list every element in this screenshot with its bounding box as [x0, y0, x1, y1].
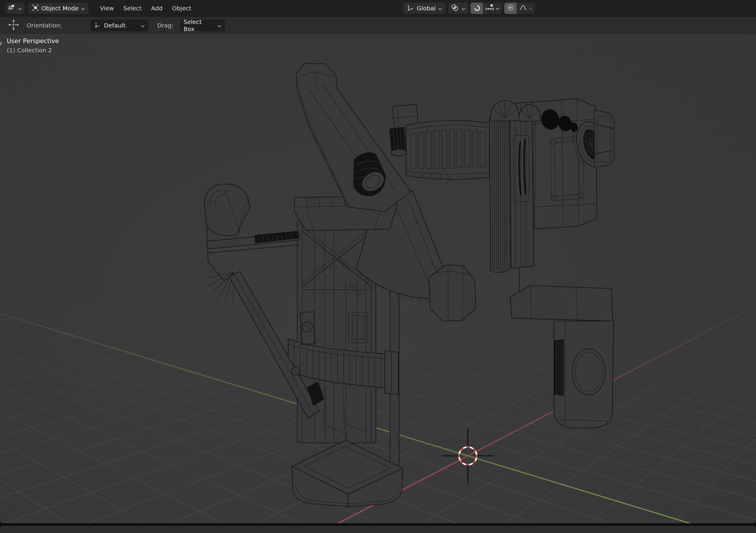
menu-add[interactable]: Add [146, 3, 167, 14]
smooth-curve-icon [519, 4, 527, 13]
chevron-down-icon [141, 22, 145, 29]
menu-select[interactable]: Select [119, 3, 146, 14]
chevron-down-icon [217, 22, 221, 29]
chevron-down-icon [438, 5, 442, 12]
snap-group [471, 3, 502, 14]
tool-settings-bar: Orientation: Default Drag: Select Box [0, 16, 756, 34]
orientation-value: Global [417, 5, 436, 12]
falloff-dropdown[interactable] [517, 3, 535, 14]
model-bellows [406, 121, 489, 180]
blender-window: Object Mode View Select Add Object Globa… [0, 0, 756, 533]
pivot-point-dropdown[interactable] [448, 3, 468, 14]
3d-viewport[interactable] [0, 0, 756, 533]
toolbar-collapse-chevron[interactable]: › [0, 38, 3, 48]
orientation-label: Orientation: [27, 22, 62, 29]
chevron-down-icon [495, 6, 500, 11]
object-mode-icon [32, 4, 39, 13]
pivot-point-icon [451, 4, 459, 13]
snap-target-dropdown[interactable] [483, 3, 502, 14]
proportional-group [504, 3, 535, 14]
increments-icon [485, 4, 494, 13]
proportional-editing-toggle[interactable] [504, 3, 517, 14]
orientation-value: Default [104, 22, 138, 29]
menu-object[interactable]: Object [167, 3, 196, 14]
drag-dropdown[interactable]: Select Box [180, 19, 225, 31]
chevron-down-icon [18, 5, 22, 12]
chevron-down-icon [528, 6, 532, 11]
dot-circle-icon [506, 4, 514, 13]
menu-view[interactable]: View [95, 3, 119, 14]
editor-type-button[interactable] [5, 3, 24, 14]
transform-orientation-dropdown[interactable]: Global [403, 3, 446, 14]
magnet-icon [473, 4, 480, 13]
axes-icon [407, 4, 414, 13]
drag-label: Drag: [157, 22, 174, 29]
3d-viewport-icon [8, 4, 15, 13]
chevron-down-icon [461, 5, 466, 12]
drag-value: Select Box [183, 18, 214, 33]
mode-label: Object Mode [41, 5, 79, 12]
move-tool-icon [8, 19, 19, 32]
chevron-down-icon [81, 5, 85, 12]
editor-divider[interactable] [0, 523, 756, 526]
snap-toggle[interactable] [471, 3, 483, 14]
mode-dropdown[interactable]: Object Mode [28, 3, 89, 14]
axis-origin-icon [94, 21, 101, 30]
viewport-header: Object Mode View Select Add Object Globa… [0, 0, 756, 16]
next-editor-header [0, 526, 756, 533]
orientation-dropdown[interactable]: Default [91, 19, 148, 31]
